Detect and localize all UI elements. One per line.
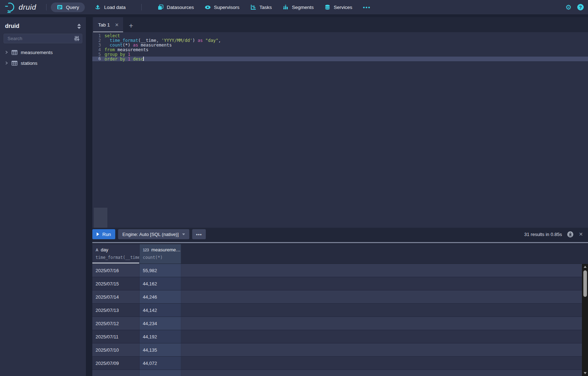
table-label: measurements xyxy=(21,50,53,55)
scroll-up-arrow[interactable] xyxy=(582,264,588,270)
nav-tasks[interactable]: Tasks xyxy=(250,4,272,10)
chevron-right-icon[interactable] xyxy=(5,50,8,54)
table-row[interactable]: 2025/07/1444,246 xyxy=(92,290,582,304)
settings-gear-icon[interactable]: ⚙ xyxy=(565,4,572,11)
column-header-day[interactable]: A day time_format(__time,… xyxy=(92,244,140,264)
bar-chart-icon xyxy=(283,4,289,10)
engine-select-button[interactable]: Engine: Auto [SQL (native)] xyxy=(118,229,189,239)
caret-down-icon xyxy=(182,233,185,235)
nav-segments[interactable]: Segments xyxy=(283,4,314,10)
run-button[interactable]: Run xyxy=(92,229,115,239)
number-type-icon: 123 xyxy=(143,248,149,252)
code-line[interactable]: 4from measurements xyxy=(92,48,588,52)
cell-day[interactable]: 2025/07/13 xyxy=(92,304,140,317)
filter-icon[interactable] xyxy=(74,35,80,43)
cell-measurements[interactable]: 44,135 xyxy=(140,343,181,356)
play-icon xyxy=(97,232,99,236)
table-row[interactable]: 2025/07/1544,162 xyxy=(92,277,582,290)
table-row[interactable]: 2025/07/0944,072 xyxy=(92,357,582,370)
main-nav: Query Load data Datasources Supervisors xyxy=(52,3,371,12)
table-row-partial[interactable] xyxy=(92,370,582,376)
column-name: day xyxy=(101,247,108,252)
query-icon xyxy=(57,4,63,10)
cell-day[interactable]: 2025/07/09 xyxy=(92,357,140,370)
column-header-measurements[interactable]: 123 measureme… count(*) xyxy=(140,244,181,264)
table-icon xyxy=(11,50,18,55)
cell-measurements[interactable]: 44,162 xyxy=(140,277,181,290)
results-rows: 2025/07/1655,9822025/07/1544,1622025/07/… xyxy=(92,264,582,376)
close-results-icon[interactable]: ✕ xyxy=(579,231,583,237)
nav-load-data[interactable]: Load data xyxy=(95,4,126,10)
code-text: group by 1 xyxy=(105,52,130,57)
cell-day[interactable]: 2025/07/16 xyxy=(92,264,140,277)
table-row[interactable]: 2025/07/1144,192 xyxy=(92,330,582,343)
download-results-icon[interactable] xyxy=(567,231,574,238)
tab-1[interactable]: Tab 1 ✕ xyxy=(93,17,123,32)
cell-day[interactable]: 2025/07/14 xyxy=(92,290,140,303)
table-row[interactable]: 2025/07/1244,234 xyxy=(92,317,582,330)
gantt-chart-icon xyxy=(250,4,256,10)
topbar-divider xyxy=(141,4,142,10)
nav-load-data-label: Load data xyxy=(104,5,126,10)
result-status-area: 31 results in 0.85s ✕ xyxy=(524,231,588,238)
top-nav-bar: druid Query Load data Datasources S xyxy=(0,0,588,14)
druid-logo-icon xyxy=(4,1,16,13)
editor-bottom-decoration xyxy=(94,208,107,228)
line-number: 1 xyxy=(92,34,105,38)
help-icon[interactable]: ? xyxy=(577,4,584,10)
nav-more-button[interactable]: ••• xyxy=(363,4,371,10)
topbar-right: ⚙ ? xyxy=(565,4,584,11)
topbar-divider xyxy=(46,4,47,10)
search-input[interactable] xyxy=(4,34,82,43)
table-row[interactable]: 2025/07/1655,982 xyxy=(92,264,582,277)
sidebar-item-stations[interactable]: stations xyxy=(0,58,86,68)
schema-select-caret-icon[interactable] xyxy=(77,24,81,29)
vertical-scrollbar[interactable] xyxy=(582,264,588,376)
nav-segments-label: Segments xyxy=(292,5,314,10)
sql-editor[interactable]: 1select2 time_format(__time, 'YYYY/MM/dd… xyxy=(92,32,588,228)
cell-day[interactable]: 2025/07/15 xyxy=(92,277,140,290)
nav-services[interactable]: Services xyxy=(324,4,352,10)
nav-query[interactable]: Query xyxy=(51,3,85,12)
pane-splitter-handle[interactable] xyxy=(92,242,588,243)
cell-measurements[interactable]: 55,982 xyxy=(140,264,181,277)
cell-day[interactable]: 2025/07/10 xyxy=(92,343,140,356)
schema-title: druid xyxy=(5,23,19,29)
column-expression: time_format(__time,… xyxy=(96,255,139,260)
cell-measurements[interactable]: 44,072 xyxy=(140,357,181,370)
eye-icon xyxy=(205,4,211,10)
schema-header: druid xyxy=(0,17,86,34)
column-name: measureme… xyxy=(151,247,181,252)
cell-measurements[interactable]: 44,142 xyxy=(140,304,181,317)
nav-datasources-label: Datasources xyxy=(167,5,194,10)
scrollbar-thumb[interactable] xyxy=(583,270,587,297)
add-tab-button[interactable]: + xyxy=(129,22,133,32)
druid-brand[interactable]: druid xyxy=(4,1,36,13)
code-line[interactable]: 6order by 1 desc xyxy=(92,57,588,61)
nav-services-label: Services xyxy=(334,5,352,10)
column-expression: count(*) xyxy=(143,255,181,260)
nav-datasources[interactable]: Datasources xyxy=(157,4,194,10)
run-bar: Run Engine: Auto [SQL (native)] ••• 31 r… xyxy=(92,228,588,240)
run-more-button[interactable]: ••• xyxy=(192,229,206,239)
cell-day[interactable]: 2025/07/12 xyxy=(92,317,140,330)
line-number: 2 xyxy=(92,38,105,43)
chevron-right-icon[interactable] xyxy=(5,61,8,65)
code-line[interactable]: 5group by 1 xyxy=(92,52,588,57)
tab-label: Tab 1 xyxy=(98,22,110,28)
scroll-down-arrow[interactable] xyxy=(582,370,588,376)
cell-day[interactable]: 2025/07/11 xyxy=(92,330,140,343)
result-status-text: 31 results in 0.85s xyxy=(524,232,562,237)
table-row[interactable]: 2025/07/1044,135 xyxy=(92,343,582,357)
table-icon xyxy=(11,61,18,66)
sidebar-item-measurements[interactable]: measurements xyxy=(0,47,86,58)
nav-supervisors[interactable]: Supervisors xyxy=(205,4,239,10)
cell-measurements[interactable]: 44,246 xyxy=(140,290,181,303)
table-row[interactable]: 2025/07/1344,142 xyxy=(92,304,582,317)
engine-label: Engine: Auto [SQL (native)] xyxy=(122,232,179,237)
cell-measurements[interactable]: 44,192 xyxy=(140,330,181,343)
code-line[interactable]: 3 count(*) as measurements xyxy=(92,43,588,48)
nav-supervisors-label: Supervisors xyxy=(214,5,239,10)
tab-close-icon[interactable]: ✕ xyxy=(115,22,119,28)
cell-measurements[interactable]: 44,234 xyxy=(140,317,181,330)
